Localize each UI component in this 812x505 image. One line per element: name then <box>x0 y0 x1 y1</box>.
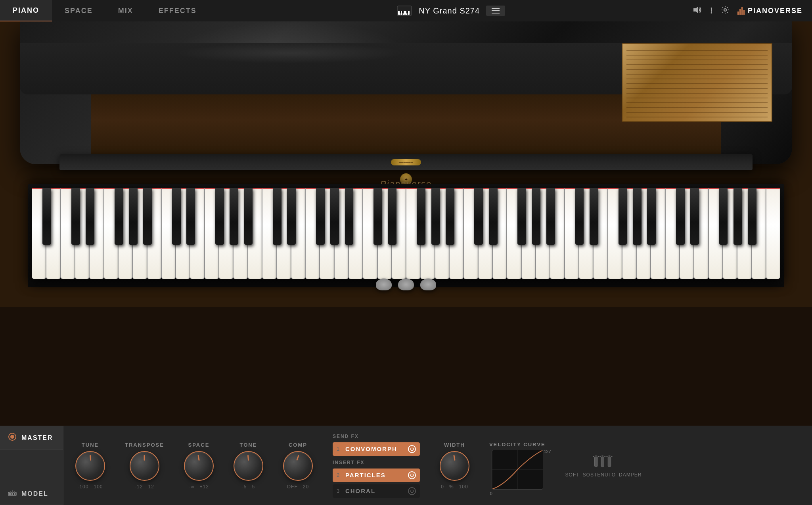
send-fx-power-1[interactable]: ⏻ <box>408 445 416 453</box>
svg-point-12 <box>10 435 14 439</box>
master-label: MASTER <box>21 434 53 442</box>
insert-fx-power-2[interactable]: ⏻ <box>408 487 416 495</box>
black-key[interactable] <box>330 188 339 245</box>
bottom-panel: MASTER MODEL TUNE -10 <box>0 426 812 505</box>
settings-icon[interactable] <box>721 6 730 16</box>
tab-space[interactable]: SPACE <box>52 0 105 21</box>
black-key[interactable] <box>690 188 699 245</box>
black-key[interactable] <box>446 188 454 245</box>
comp-knob[interactable] <box>283 451 313 481</box>
black-key[interactable] <box>129 188 138 245</box>
preset-menu-button[interactable] <box>486 6 505 16</box>
width-range: 0 % 100 <box>441 484 468 490</box>
svg-rect-16 <box>14 493 15 495</box>
black-key[interactable] <box>71 188 80 245</box>
black-key[interactable] <box>431 188 440 245</box>
black-key[interactable] <box>115 188 123 245</box>
space-knob[interactable] <box>184 451 214 481</box>
black-key[interactable] <box>489 188 498 245</box>
black-key[interactable] <box>186 188 195 245</box>
tab-piano[interactable]: PIANO <box>0 0 52 21</box>
damper-pedal-label: DAMPER <box>619 472 642 478</box>
black-key[interactable] <box>546 188 555 245</box>
sostenuto-pedal[interactable] <box>398 278 414 290</box>
sostenuto-pedal-label: SOSTENUTO <box>583 472 616 478</box>
black-key[interactable] <box>719 188 728 245</box>
black-key[interactable] <box>748 188 756 245</box>
black-key[interactable] <box>388 188 397 245</box>
black-key[interactable] <box>244 188 253 245</box>
black-key[interactable] <box>590 188 598 245</box>
keyboard-container <box>32 188 780 279</box>
black-key[interactable] <box>517 188 526 245</box>
black-key[interactable] <box>676 188 685 245</box>
sidebar-panel: MASTER MODEL <box>0 426 63 505</box>
piano-small-icon <box>396 5 412 17</box>
send-fx-row-1[interactable]: 1 CONVOMORPH ⏻ <box>333 442 420 456</box>
insert-fx-power-1[interactable]: ⏻ <box>408 471 416 479</box>
soft-pedal-label: SOFT <box>565 472 580 478</box>
insert-fx-row-1[interactable]: 2 PARTICLES ⏻ <box>333 469 420 482</box>
lid-shine <box>174 43 406 63</box>
tone-knob[interactable] <box>234 451 263 481</box>
white-key[interactable] <box>766 188 780 279</box>
black-key[interactable] <box>373 188 382 245</box>
velocity-group: VELOCITY CURVE 127 0 <box>489 442 546 490</box>
black-key[interactable] <box>733 188 742 245</box>
svg-marker-9 <box>693 6 698 13</box>
transpose-group: TRANSPOSE -12 12 <box>125 442 164 490</box>
black-key[interactable] <box>215 188 224 245</box>
black-key[interactable] <box>474 188 483 245</box>
insert-fx-label: INSERT FX <box>333 460 420 465</box>
black-key[interactable] <box>42 188 51 245</box>
black-key[interactable] <box>532 188 541 245</box>
insert-fx-row-2[interactable]: 3 CHORAL ⏻ <box>333 484 420 498</box>
black-key[interactable] <box>316 188 325 245</box>
soft-pedal[interactable] <box>376 278 392 290</box>
damper-pedal[interactable] <box>420 278 436 290</box>
comp-range: OFF 20 <box>287 484 309 490</box>
black-key[interactable] <box>619 188 627 245</box>
fallboard: ━━━━━━ <box>59 154 753 170</box>
nav-right-icons: ! PIANOVERSE <box>693 6 812 16</box>
velocity-canvas[interactable] <box>492 450 543 490</box>
tab-effects[interactable]: EFFECTS <box>146 0 209 21</box>
comp-group: COMP OFF 20 <box>283 442 313 490</box>
pedal-labels: SOFT SOSTENUTO DAMPER <box>565 472 642 478</box>
black-key[interactable] <box>86 188 94 245</box>
tab-mix[interactable]: MIX <box>105 0 146 21</box>
svg-rect-7 <box>402 11 404 13</box>
sidebar-item-model[interactable]: MODEL <box>0 483 63 505</box>
speaker-icon[interactable] <box>693 6 702 16</box>
black-key[interactable] <box>287 188 296 245</box>
svg-point-10 <box>724 9 726 11</box>
black-key[interactable] <box>575 188 584 245</box>
svg-rect-14 <box>9 493 11 495</box>
piano-section: ━━━━━━ ✦ Pianoverse <box>0 21 812 307</box>
black-key[interactable] <box>143 188 152 245</box>
velocity-canvas-wrapper: 127 0 <box>492 450 543 490</box>
svg-rect-19 <box>14 491 15 493</box>
black-key[interactable] <box>417 188 425 245</box>
transpose-knob[interactable] <box>130 451 159 481</box>
insert-fx-num-1: 2 <box>337 472 342 478</box>
piano-keyboard[interactable] <box>32 188 780 279</box>
black-key[interactable] <box>230 188 238 245</box>
music-rack <box>622 43 772 122</box>
black-key[interactable] <box>633 188 642 245</box>
transpose-label: TRANSPOSE <box>125 442 164 448</box>
warning-icon[interactable]: ! <box>710 6 713 16</box>
black-key[interactable] <box>345 188 354 245</box>
black-key[interactable] <box>647 188 656 245</box>
music-rack-lines <box>626 48 768 117</box>
insert-fx-name-1: PARTICLES <box>345 472 405 478</box>
black-key[interactable] <box>273 188 282 245</box>
svg-rect-17 <box>10 491 11 493</box>
black-key[interactable] <box>172 188 181 245</box>
tune-knob[interactable] <box>75 451 105 481</box>
pedal-icon-svg <box>592 454 615 470</box>
tune-label: TUNE <box>82 442 99 448</box>
width-knob[interactable] <box>440 451 469 481</box>
sidebar-item-master[interactable]: MASTER <box>0 426 63 450</box>
brand-logo: PIANOVERSE <box>737 7 802 15</box>
